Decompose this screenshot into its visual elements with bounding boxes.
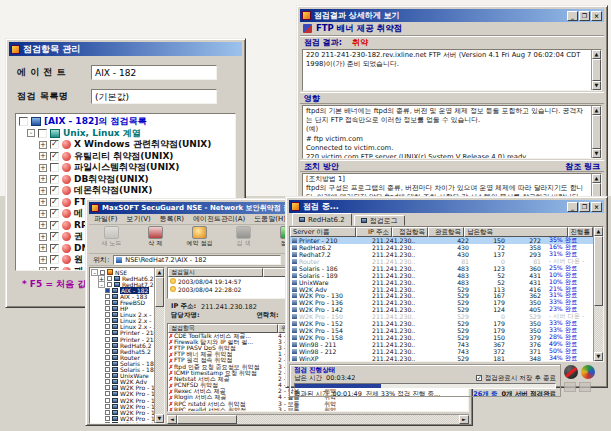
- table-scrollbar[interactable]: [593, 227, 603, 361]
- checkbox[interactable]: [105, 422, 110, 423]
- menu-item[interactable]: 파일(F): [94, 214, 118, 224]
- column-header[interactable]: 점검항목: [392, 227, 428, 237]
- checkbox[interactable]: [105, 306, 110, 311]
- expand-icon[interactable]: [39, 210, 47, 218]
- checkbox[interactable]: [105, 404, 110, 409]
- checkbox[interactable]: [50, 209, 59, 218]
- checkbox[interactable]: [50, 198, 59, 207]
- column-header[interactable]: 진행률: [568, 227, 594, 237]
- tree-server-node[interactable]: W2K Pro - 158: [105, 421, 153, 423]
- titlebar-scan-progress[interactable]: 점검 중... _ ❐ ×: [289, 200, 604, 213]
- collapse-icon[interactable]: -: [91, 269, 98, 276]
- toolbar-button[interactable]: 검 색: [223, 226, 264, 247]
- checkbox[interactable]: [105, 361, 110, 366]
- expand-icon[interactable]: [39, 198, 47, 206]
- tree-scrollbar[interactable]: [154, 268, 164, 423]
- minimize-button[interactable]: _: [567, 202, 578, 212]
- column-header[interactable]: 완료항목: [428, 227, 464, 237]
- expand-icon[interactable]: [39, 244, 47, 252]
- address-field[interactable]: NSE\RedHat7.2\AIX - 182: [113, 255, 281, 265]
- maximize-button[interactable]: ❐: [579, 11, 590, 21]
- checkbox[interactable]: [105, 391, 110, 396]
- stop-scan-icon[interactable]: [564, 365, 578, 379]
- checkbox[interactable]: [105, 288, 110, 293]
- scrollbar[interactable]: [591, 106, 601, 158]
- checkbox[interactable]: [50, 267, 59, 271]
- tab[interactable]: RedHat6.2: [292, 213, 352, 226]
- expand-icon[interactable]: [39, 164, 47, 172]
- expand-icon[interactable]: -: [98, 281, 105, 288]
- titlebar-result-detail[interactable]: 점검결과 상세하게 보기 _ ❐ ×: [300, 9, 604, 22]
- collapse-icon[interactable]: -: [27, 129, 35, 137]
- column-header[interactable]: 남은항목: [464, 227, 568, 237]
- maximize-button[interactable]: ❐: [579, 202, 590, 212]
- network-globe-icon[interactable]: [581, 365, 595, 379]
- checkbox[interactable]: [50, 232, 59, 241]
- close-button[interactable]: ×: [591, 202, 602, 212]
- listname-field[interactable]: (기본값): [91, 89, 217, 104]
- checkbox[interactable]: [50, 186, 59, 195]
- checkbox[interactable]: [50, 163, 59, 172]
- menu-item[interactable]: 도움말(H): [254, 214, 286, 224]
- vulnerability-row[interactable]: RPC rwalld 서비스 취약점 3 - 보통 취약: [168, 407, 468, 412]
- toolbar-button[interactable]: 새 노드: [91, 226, 132, 247]
- titlebar-item-management[interactable]: 점검항목 관리: [9, 42, 242, 56]
- checkbox[interactable]: [105, 385, 110, 390]
- checkbox[interactable]: [105, 343, 110, 348]
- checkbox[interactable]: [50, 140, 59, 149]
- server-tree[interactable]: - NSE + RedHat6.2: [90, 268, 154, 423]
- expand-icon[interactable]: [39, 267, 47, 271]
- checkbox[interactable]: [105, 294, 110, 299]
- expand-icon[interactable]: [39, 221, 47, 229]
- checkbox[interactable]: [19, 117, 28, 126]
- menu-item[interactable]: 에이전트관리(A): [193, 214, 245, 224]
- checkbox[interactable]: [50, 175, 59, 184]
- scroll-up-icon: [592, 106, 601, 115]
- column-header[interactable]: Server 이름: [290, 227, 356, 237]
- column-header[interactable]: IP 주소: [356, 227, 392, 237]
- checkbox[interactable]: [105, 337, 110, 342]
- checkbox[interactable]: [105, 349, 110, 354]
- checkbox[interactable]: [105, 330, 110, 335]
- horizontal-scrollbar[interactable]: [167, 414, 469, 424]
- checkbox[interactable]: [107, 276, 112, 281]
- expand-icon[interactable]: [39, 141, 47, 149]
- toolbar-button[interactable]: 삭 제: [135, 226, 176, 247]
- close-button[interactable]: ×: [591, 11, 602, 21]
- tab[interactable]: 점검로그: [354, 215, 405, 226]
- checkbox[interactable]: [105, 367, 110, 372]
- checkbox[interactable]: [105, 300, 110, 305]
- checkbox[interactable]: [105, 318, 110, 323]
- checkbox[interactable]: [105, 355, 110, 360]
- checkbox[interactable]: [105, 416, 110, 421]
- menu-item[interactable]: 등록(R): [160, 214, 184, 224]
- scrollbar[interactable]: [591, 50, 601, 90]
- column-header[interactable]: 점검일시: [168, 268, 263, 277]
- checkbox[interactable]: [105, 410, 110, 415]
- checkbox[interactable]: [38, 129, 47, 138]
- minimize-button[interactable]: _: [567, 11, 578, 21]
- checkbox[interactable]: [50, 221, 59, 230]
- save-option-checkbox[interactable]: [476, 375, 482, 381]
- checkbox[interactable]: [50, 244, 59, 253]
- checkbox[interactable]: [105, 379, 110, 384]
- checkbox[interactable]: [105, 324, 110, 329]
- checkbox[interactable]: [105, 373, 110, 378]
- checkbox[interactable]: [105, 398, 110, 403]
- expand-icon[interactable]: [39, 233, 47, 241]
- expand-icon[interactable]: [39, 152, 47, 160]
- expand-icon[interactable]: [39, 256, 47, 264]
- agent-field[interactable]: AIX - 182: [91, 65, 217, 80]
- checkbox[interactable]: [105, 312, 110, 317]
- reference-link[interactable]: 참조 링크: [565, 161, 600, 172]
- checkbox[interactable]: [50, 255, 59, 264]
- checkbox[interactable]: [107, 282, 112, 287]
- contact-label: 연락처:: [257, 311, 279, 320]
- expand-icon[interactable]: [39, 175, 47, 183]
- toolbar-button[interactable]: 예약 점검: [179, 226, 220, 247]
- table-row[interactable]: WinXP 211.241.230.. 529 181 348 34% 완료: [290, 355, 593, 361]
- menu-item[interactable]: 보기(V): [127, 214, 151, 224]
- checkbox[interactable]: [50, 152, 59, 161]
- expand-icon[interactable]: [39, 187, 47, 195]
- tree-item[interactable]: 데몬취약점(UNIX): [39, 185, 235, 197]
